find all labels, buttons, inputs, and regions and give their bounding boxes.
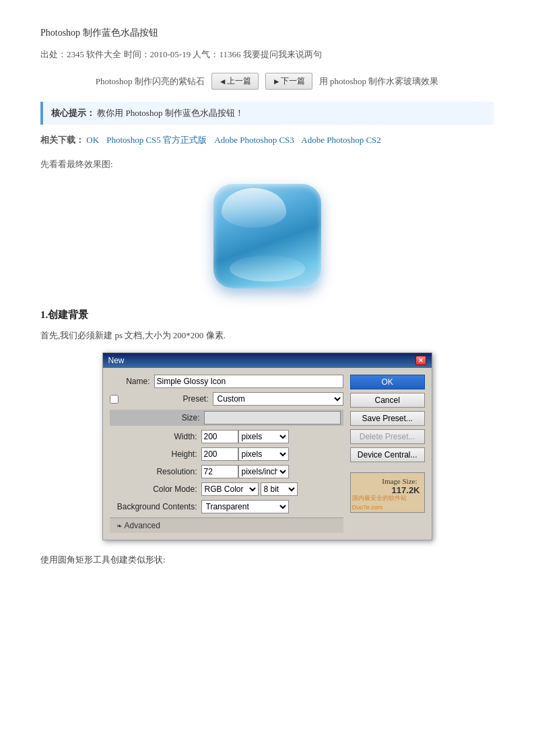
size-input[interactable]: [204, 411, 341, 424]
dialog-body: Name: Preset: Custom Size: Widt: [103, 368, 432, 540]
size-label: Size:: [112, 413, 200, 422]
button-preview: [40, 184, 494, 288]
image-size-label: Image Size:: [355, 477, 420, 485]
core-tip: 核心提示： 教你用 Photoshop 制作蓝色水晶按钮！: [40, 102, 494, 125]
next-button-label: 下一篇: [281, 75, 305, 87]
related-link-cs5[interactable]: Photoshop CS5 官方正式版: [106, 135, 207, 145]
prev-arrow-icon: ◄: [219, 77, 227, 86]
preset-select-group: Custom: [213, 392, 343, 406]
advanced-section: ❧ Advanced: [110, 517, 343, 533]
section1-heading: 1.创建背景: [40, 309, 494, 321]
preset-label: Preset:: [121, 394, 209, 404]
image-size-panel: Image Size: 117.2K DuoTe.com 国内最安全的软件站: [350, 472, 425, 513]
watermark-text: 国内最安全的软件站: [352, 494, 407, 503]
related-link-cs3[interactable]: Adobe Photoshop CS3: [214, 135, 294, 145]
advanced-caret-icon: ❧: [116, 522, 122, 530]
dialog-actions: OK Cancel Save Preset... Delete Preset..…: [350, 375, 425, 533]
watermark-site: DuoTe.com: [352, 504, 383, 511]
bg-contents-label: Background Contents:: [110, 502, 197, 511]
color-mode-label: Color Mode:: [110, 484, 197, 494]
size-row: Size:: [110, 410, 343, 426]
preset-select[interactable]: Custom: [213, 392, 343, 406]
related-link-cs2[interactable]: Adobe Photoshop CS2: [301, 135, 380, 145]
dialog-titlebar: New ✕: [103, 353, 432, 368]
delete-preset-button[interactable]: Delete Preset...: [350, 429, 425, 444]
nav-next-text: 用 photoshop 制作水雾玻璃效果: [319, 75, 439, 88]
bg-contents-select[interactable]: Transparent: [201, 500, 289, 513]
resolution-input[interactable]: [201, 465, 238, 478]
dialog-form: Name: Preset: Custom Size: Widt: [110, 375, 343, 533]
bg-contents-row: Background Contents: Transparent: [110, 500, 343, 513]
page-title: Photoshop 制作蓝色水晶按钮: [40, 27, 494, 39]
new-dialog: New ✕ Name: Preset: Custom: [102, 352, 432, 540]
meta-info: 出处：2345 软件大全 时间：2010-05-19 人气：11366 我要提问…: [40, 49, 494, 61]
width-row: Width: pixels: [110, 430, 343, 443]
intro-text: 先看看最终效果图:: [40, 158, 494, 170]
related-downloads: 相关下载： OK Photoshop CS5 官方正式版 Adobe Photo…: [40, 134, 494, 146]
resolution-row: Resolution: pixels/inch: [110, 465, 343, 478]
width-label: Width:: [110, 432, 197, 441]
resolution-label: Resolution:: [110, 467, 197, 476]
width-input[interactable]: [201, 430, 238, 443]
name-input[interactable]: [154, 375, 343, 388]
next-arrow-icon: ►: [273, 77, 281, 86]
color-depth-select[interactable]: 8 bit: [261, 482, 298, 496]
nav-prev-text: Photoshop 制作闪亮的紫钻石: [96, 75, 205, 88]
nav-bar: Photoshop 制作闪亮的紫钻石 ◄ 上一篇 ► 下一篇 用 photosh…: [40, 73, 494, 90]
core-tip-label: 核心提示：: [51, 108, 95, 118]
height-unit-select[interactable]: pixels: [238, 447, 289, 461]
preset-checkbox[interactable]: [110, 395, 119, 404]
ok-button[interactable]: OK: [350, 375, 425, 389]
core-tip-text: 教你用 Photoshop 制作蓝色水晶按钮！: [97, 108, 243, 118]
crystal-button-preview: [213, 184, 321, 288]
height-row: Height: pixels: [110, 447, 343, 461]
height-input[interactable]: [201, 447, 238, 461]
advanced-label: Advanced: [125, 521, 160, 530]
resolution-unit-select[interactable]: pixels/inch: [238, 465, 289, 478]
prev-button[interactable]: ◄ 上一篇: [211, 73, 259, 90]
save-preset-button[interactable]: Save Preset...: [350, 411, 425, 426]
device-central-button[interactable]: Device Central...: [350, 447, 425, 462]
bottom-text: 使用圆角矩形工具创建类似形状:: [40, 554, 494, 566]
cancel-button[interactable]: Cancel: [350, 393, 425, 408]
related-link-1[interactable]: OK: [86, 135, 99, 145]
name-label: Name:: [110, 377, 150, 386]
height-label: Height:: [110, 449, 197, 459]
preset-row: Preset: Custom: [110, 392, 343, 406]
prev-button-label: 上一篇: [227, 75, 251, 87]
advanced-row: ❧ Advanced: [116, 521, 167, 530]
width-unit-select[interactable]: pixels: [238, 430, 289, 443]
section1-desc: 首先,我们必须新建 ps 文档,大小为 200*200 像素.: [40, 329, 494, 342]
dialog-close-button[interactable]: ✕: [415, 356, 426, 365]
next-button[interactable]: ► 下一篇: [265, 73, 312, 90]
dialog-title: New: [108, 356, 125, 365]
color-mode-row: Color Mode: RGB Color 8 bit: [110, 482, 343, 496]
color-mode-select[interactable]: RGB Color: [201, 482, 259, 496]
name-row: Name:: [110, 375, 343, 388]
related-label: 相关下载：: [40, 135, 84, 145]
